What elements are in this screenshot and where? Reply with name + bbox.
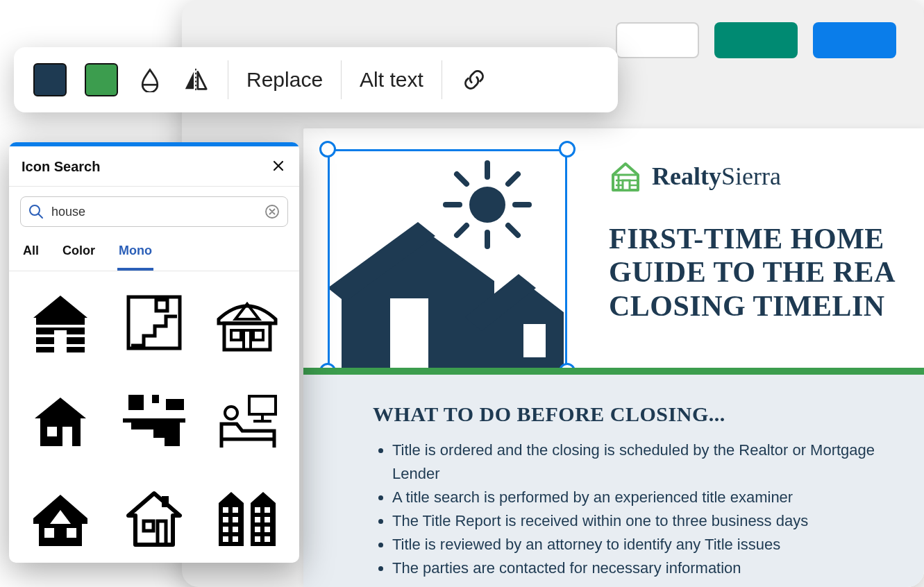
panel-title: Icon Search: [22, 159, 100, 175]
list-item: A title search is performed by an experi…: [392, 486, 875, 509]
list-item: The Title Report is received within one …: [392, 509, 875, 533]
selected-graphic[interactable]: [328, 149, 567, 371]
tab-all[interactable]: All: [22, 237, 40, 271]
svg-marker-39: [35, 398, 86, 418]
svg-rect-71: [255, 507, 260, 513]
separator: [228, 60, 228, 99]
panel-header: Icon Search: [9, 146, 299, 186]
svg-rect-66: [233, 517, 238, 522]
tab-mono[interactable]: Mono: [117, 237, 153, 271]
svg-rect-27: [36, 318, 85, 325]
list-item: The parties are contacted for necessary …: [392, 556, 875, 580]
svg-rect-72: [264, 507, 270, 513]
flip-icon: [183, 67, 209, 93]
filter-tabs: All Color Mono: [9, 237, 299, 271]
svg-marker-61: [219, 492, 244, 546]
split-stairs-icon[interactable]: [119, 386, 189, 455]
log-cabin-icon[interactable]: [26, 288, 95, 357]
topbar-blue-button[interactable]: [813, 22, 896, 58]
svg-rect-45: [166, 399, 184, 410]
topbar-teal-button[interactable]: [714, 22, 798, 58]
list-item: Title is reviewed by an attorney to iden…: [392, 533, 875, 556]
results-grid: [9, 271, 299, 563]
small-house-icon[interactable]: [26, 386, 95, 455]
close-button[interactable]: [270, 156, 287, 178]
svg-rect-58: [144, 521, 153, 531]
apartments-icon[interactable]: [212, 484, 282, 554]
selection-frame: [328, 149, 567, 371]
clear-search-icon[interactable]: [264, 204, 280, 219]
svg-rect-64: [233, 507, 238, 513]
link-button[interactable]: [460, 66, 488, 94]
replace-button[interactable]: Replace: [246, 68, 323, 92]
green-divider: [303, 368, 924, 375]
svg-rect-75: [255, 527, 260, 532]
document-canvas[interactable]: RealtySierra FIRST-TIME HOME GUIDE TO TH…: [303, 128, 924, 587]
selection-handle-tl[interactable]: [319, 141, 336, 158]
svg-rect-56: [67, 528, 76, 538]
svg-rect-76: [264, 527, 270, 532]
list-item: Title is ordered and the closing is sche…: [392, 439, 875, 486]
svg-rect-43: [128, 395, 144, 410]
house-logo-icon: [609, 160, 642, 193]
svg-line-24: [39, 214, 43, 219]
svg-rect-69: [223, 536, 228, 542]
context-toolbar: Replace Alt text: [14, 47, 618, 112]
section-title: WHAT TO DO BEFORE CLOSING...: [373, 402, 875, 426]
separator: [341, 60, 342, 99]
svg-rect-31: [54, 330, 67, 352]
house-outline-icon[interactable]: [119, 484, 189, 554]
close-icon: [273, 160, 284, 171]
svg-rect-44: [152, 395, 159, 403]
bullet-list: Title is ordered and the closing is sche…: [373, 439, 875, 581]
search-wrap: [9, 187, 299, 237]
opacity-button[interactable]: [136, 66, 164, 94]
topbar-outline-button[interactable]: [616, 22, 699, 58]
search-field: [20, 196, 288, 227]
svg-rect-73: [255, 517, 260, 522]
svg-rect-20: [623, 180, 630, 190]
separator: [442, 60, 442, 99]
doc-header: RealtySierra FIRST-TIME HOME GUIDE TO TH…: [303, 128, 924, 371]
cottage-icon[interactable]: [212, 288, 282, 357]
svg-rect-36: [231, 330, 241, 340]
svg-marker-26: [33, 296, 87, 318]
color-swatch-1[interactable]: [33, 63, 67, 96]
selection-handle-tr[interactable]: [559, 141, 576, 158]
svg-rect-46: [123, 418, 185, 423]
icon-search-panel: Icon Search All Color Mono: [9, 142, 299, 563]
svg-rect-47: [249, 396, 276, 414]
svg-rect-32: [128, 297, 180, 348]
roof-house-icon[interactable]: [26, 484, 95, 554]
link-icon: [461, 67, 487, 93]
doc-body: WHAT TO DO BEFORE CLOSING... Title is or…: [303, 375, 924, 587]
svg-rect-65: [223, 517, 228, 522]
svg-rect-60: [162, 496, 169, 507]
brand-name: RealtySierra: [652, 162, 781, 191]
svg-rect-37: [253, 330, 263, 340]
tab-color[interactable]: Color: [61, 237, 96, 271]
search-icon: [28, 204, 44, 219]
flip-button[interactable]: [182, 66, 210, 94]
svg-marker-57: [128, 493, 180, 545]
svg-rect-40: [40, 418, 81, 446]
color-swatch-2[interactable]: [85, 63, 118, 96]
droplet-icon: [137, 67, 162, 92]
svg-rect-41: [47, 427, 57, 436]
svg-rect-68: [233, 527, 238, 532]
svg-rect-63: [223, 507, 228, 513]
svg-rect-67: [223, 527, 228, 532]
svg-rect-42: [62, 427, 72, 446]
svg-point-50: [225, 407, 237, 419]
search-input[interactable]: [20, 196, 288, 227]
stairs-house-icon[interactable]: [119, 288, 189, 357]
svg-rect-33: [156, 300, 167, 311]
doc-headline: FIRST-TIME HOME GUIDE TO THE REA CLOSING…: [609, 222, 896, 323]
svg-rect-78: [264, 536, 270, 542]
svg-rect-70: [233, 536, 238, 542]
svg-rect-59: [158, 521, 166, 545]
alt-text-button[interactable]: Alt text: [360, 68, 423, 92]
svg-marker-62: [251, 492, 276, 546]
bedroom-icon[interactable]: [212, 386, 282, 455]
svg-rect-55: [44, 528, 54, 538]
